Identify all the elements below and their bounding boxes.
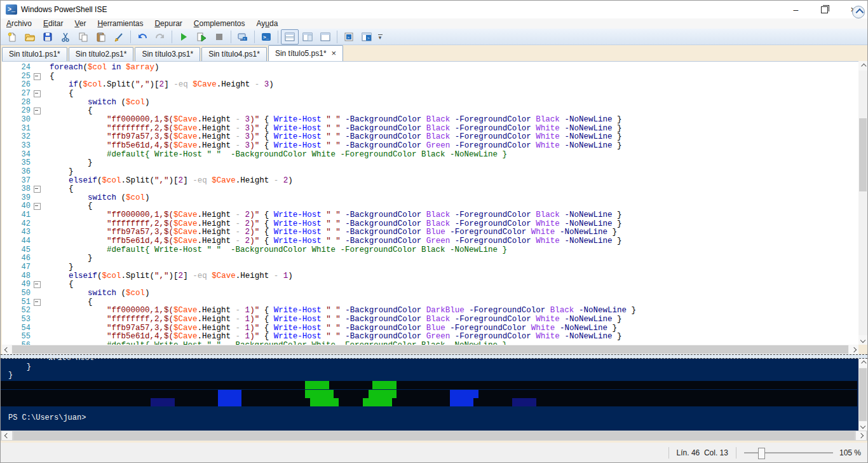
code-line: { [50,184,74,193]
menu-ayuda[interactable]: Ayuda [251,18,284,29]
save-icon[interactable] [39,29,57,45]
powershell-app-icon: >_ [6,4,17,15]
line-number: 47 [2,263,31,272]
undo-icon[interactable] [133,29,151,45]
toolbar-separator [130,31,131,43]
editor-hscroll-thumb[interactable] [12,345,848,354]
console-block-navy [151,398,175,406]
tab-label: Sin título5.ps1* [275,49,327,58]
new-powershell-tab-icon[interactable]: > [340,29,358,45]
script-pane-right-icon[interactable] [299,29,316,45]
pane-splitter[interactable] [1,354,867,359]
toolbar-overflow-icon[interactable]: ▾ [376,29,384,45]
console-prompt[interactable]: PS C:\Users\juan> [8,414,86,422]
code-line: "ffb5e61d,4,$($Cave.Height - 2)" { Write… [50,237,621,245]
restore-button[interactable] [810,1,839,18]
scroll-up-arrow[interactable] [858,359,867,368]
toolbar-separator [231,31,231,43]
stop-operation-icon[interactable] [210,29,228,45]
fold-toggle-icon[interactable] [34,299,41,306]
menu-editar[interactable]: Editar [37,18,69,29]
fold-toggle-icon[interactable] [34,90,41,97]
clear-console-icon[interactable] [110,29,128,45]
code-line: elseif($col.Split(",")[2] -eq $Cave.Heig… [50,272,293,280]
zoom-percent-label: 105 % [839,448,861,457]
menu-archivo[interactable]: Archivo [1,18,37,29]
fold-toggle-icon[interactable] [34,203,41,210]
code-line: "ffffffff,2,$($Cave.Height - 2)" { Write… [50,219,621,228]
fold-toggle-icon[interactable] [34,281,41,288]
code-line: "ffffffff,2,$($Cave.Height - 3)" { Write… [50,124,621,133]
console-block-green [372,381,397,389]
menu-depurar[interactable]: Depurar [149,18,187,29]
code-line: #default{ Write-Host " " -BackgroundColo… [50,245,507,254]
console-block-blue [218,390,241,398]
script-pane-maximized-icon[interactable] [316,29,334,45]
scroll-down-arrow[interactable] [858,422,867,431]
code-line: { [50,298,93,307]
tab-sin-título3.ps1*[interactable]: Sin título3.ps1* [135,47,200,61]
toolbar-separator [337,31,337,43]
fold-toggle-icon[interactable] [34,107,41,114]
console-horizontal-scrollbar[interactable] [1,431,867,441]
line-number-gutter: 2425262728293031323334353637383940414243… [2,62,41,345]
run-selection-icon[interactable] [193,29,210,45]
copy-icon[interactable] [74,29,92,45]
tab-sin-título4.ps1*[interactable]: Sin título4.ps1* [201,47,267,61]
scroll-left-arrow[interactable] [2,345,11,354]
scroll-down-arrow[interactable] [858,335,867,345]
run-script-icon[interactable] [175,29,193,45]
console-pane[interactable]: Write-Host } } PS C:\Users\juan> [1,359,867,431]
editor-horizontal-scrollbar[interactable] [2,345,858,354]
editor-vscroll-thumb[interactable] [859,118,867,191]
close-tab-icon[interactable]: × [332,48,337,58]
collapse-script-pane-button[interactable] [852,6,865,18]
status-bar: Lín. 46 Col. 13 105 % [1,443,867,462]
line-number: 32 [2,132,31,141]
script-editor-pane[interactable]: 2425262728293031323334353637383940414243… [2,61,858,345]
console-hscroll-thumb[interactable] [13,431,855,440]
code-line: } [50,158,93,167]
show-command-window-icon[interactable]: > [358,29,376,45]
line-number: 51 [2,298,31,307]
cursor-position-label: Lín. 46 Col. 13 [677,448,728,457]
console-block-blue [450,390,478,398]
console-block-green [369,390,397,398]
line-number: 29 [2,106,31,115]
zoom-slider-track[interactable] [744,452,833,453]
console-vscroll-thumb[interactable] [859,368,867,421]
code-line: "ff000000,1,$($Cave.Height - 3)" { Write… [50,115,621,124]
tab-sin-título2.ps1*[interactable]: Sin título2.ps1* [69,47,134,61]
scroll-right-arrow[interactable] [849,345,858,354]
new-remote-powershell-tab-icon[interactable]: > [234,29,252,45]
start-powershell-icon[interactable]: >_ [257,29,275,45]
zoom-slider[interactable] [744,447,833,459]
zoom-slider-thumb[interactable] [758,448,765,459]
fold-toggle-icon[interactable] [34,186,41,193]
line-number: 39 [2,193,31,202]
minimize-button[interactable]: – [782,1,810,18]
tab-sin-título5.ps1*[interactable]: Sin título5.ps1*× [268,45,343,61]
cut-icon[interactable] [57,29,74,45]
redo-icon[interactable] [151,29,169,45]
code-line: { [50,106,93,115]
code-line: elseif($col.Split(",")[2] -eq $Cave.Heig… [50,176,293,185]
scroll-up-arrow[interactable] [858,61,867,71]
fold-toggle-icon[interactable] [34,73,41,80]
code-line: "ff000000,1,$($Cave.Height - 1)" { Write… [50,306,636,315]
menu-herramientas[interactable]: Herramientas [92,18,149,29]
scroll-right-arrow[interactable] [856,431,866,440]
menu-ver[interactable]: Ver [69,18,92,29]
code-line: { [50,202,93,211]
code-line: { [50,280,74,289]
script-pane-top-icon[interactable] [281,29,299,45]
editor-vertical-scrollbar[interactable] [858,61,867,345]
paste-icon[interactable] [92,29,110,45]
menu-complementos[interactable]: Complementos [188,18,251,29]
console-vertical-scrollbar[interactable] [858,359,867,431]
scroll-left-arrow[interactable] [2,431,12,440]
code-line: switch ($col) [50,98,150,107]
tab-sin-título1.ps1*[interactable]: Sin título1.ps1* [2,47,67,61]
open-script-icon[interactable] [21,29,39,45]
new-script-icon[interactable] [3,29,21,45]
